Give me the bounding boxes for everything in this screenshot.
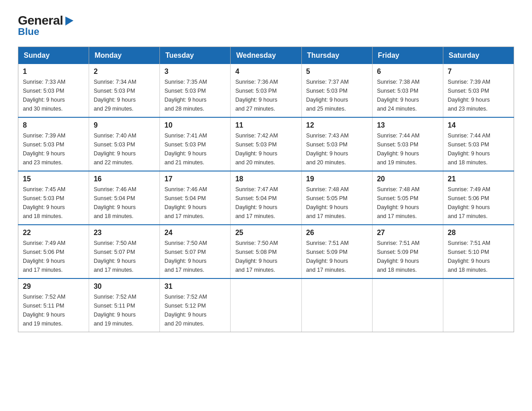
day-number: 11 (235, 121, 296, 129)
calendar-day-cell: 3 Sunrise: 7:35 AM Sunset: 5:03 PM Dayli… (160, 64, 231, 117)
header-monday: Monday (89, 47, 160, 64)
week-row-4: 22 Sunrise: 7:49 AM Sunset: 5:06 PM Dayl… (18, 225, 514, 278)
day-number: 1 (23, 68, 84, 76)
calendar-day-cell: 9 Sunrise: 7:40 AM Sunset: 5:03 PM Dayli… (89, 117, 160, 171)
week-row-5: 29 Sunrise: 7:52 AM Sunset: 5:11 PM Dayl… (18, 278, 514, 332)
day-number: 28 (448, 229, 509, 237)
calendar-day-cell: 15 Sunrise: 7:45 AM Sunset: 5:03 PM Dayl… (18, 171, 89, 225)
day-number: 19 (306, 175, 368, 183)
day-info: Sunrise: 7:39 AM Sunset: 5:03 PM Dayligh… (23, 131, 84, 167)
calendar-day-cell: 13 Sunrise: 7:44 AM Sunset: 5:03 PM Dayl… (372, 117, 443, 171)
day-info: Sunrise: 7:50 AM Sunset: 5:07 PM Dayligh… (164, 239, 226, 274)
day-number: 13 (377, 121, 438, 129)
day-info: Sunrise: 7:37 AM Sunset: 5:03 PM Dayligh… (306, 77, 368, 113)
day-number: 2 (94, 68, 155, 76)
day-number: 27 (377, 229, 438, 237)
day-info: Sunrise: 7:44 AM Sunset: 5:03 PM Dayligh… (448, 131, 509, 167)
day-number: 30 (94, 283, 155, 291)
calendar-day-cell: 17 Sunrise: 7:46 AM Sunset: 5:04 PM Dayl… (160, 171, 231, 225)
calendar-day-cell: 18 Sunrise: 7:47 AM Sunset: 5:04 PM Dayl… (231, 171, 301, 225)
day-info: Sunrise: 7:48 AM Sunset: 5:05 PM Dayligh… (306, 185, 368, 221)
day-number: 20 (377, 175, 438, 183)
day-number: 3 (164, 68, 226, 76)
day-number: 17 (164, 175, 226, 183)
header-saturday: Saturday (443, 47, 514, 64)
calendar-day-cell: 4 Sunrise: 7:36 AM Sunset: 5:03 PM Dayli… (231, 64, 301, 117)
day-info: Sunrise: 7:48 AM Sunset: 5:05 PM Dayligh… (377, 185, 438, 221)
day-number: 10 (164, 121, 226, 129)
day-info: Sunrise: 7:51 AM Sunset: 5:09 PM Dayligh… (377, 239, 438, 274)
day-info: Sunrise: 7:33 AM Sunset: 5:03 PM Dayligh… (23, 77, 84, 113)
calendar-day-cell (443, 278, 514, 332)
day-info: Sunrise: 7:35 AM Sunset: 5:03 PM Dayligh… (164, 77, 226, 113)
calendar-day-cell: 5 Sunrise: 7:37 AM Sunset: 5:03 PM Dayli… (301, 64, 372, 117)
week-row-1: 1 Sunrise: 7:33 AM Sunset: 5:03 PM Dayli… (18, 64, 514, 117)
day-info: Sunrise: 7:50 AM Sunset: 5:08 PM Dayligh… (235, 239, 296, 274)
header-friday: Friday (372, 47, 443, 64)
day-info: Sunrise: 7:39 AM Sunset: 5:03 PM Dayligh… (448, 77, 509, 113)
day-number: 5 (306, 68, 368, 76)
day-number: 8 (23, 121, 84, 129)
day-info: Sunrise: 7:46 AM Sunset: 5:04 PM Dayligh… (164, 185, 226, 221)
calendar-day-cell: 24 Sunrise: 7:50 AM Sunset: 5:07 PM Dayl… (160, 225, 231, 278)
day-number: 26 (306, 229, 368, 237)
calendar-body: 1 Sunrise: 7:33 AM Sunset: 5:03 PM Dayli… (18, 64, 514, 332)
calendar-day-cell: 7 Sunrise: 7:39 AM Sunset: 5:03 PM Dayli… (443, 64, 514, 117)
day-number: 25 (235, 229, 296, 237)
calendar-day-cell: 2 Sunrise: 7:34 AM Sunset: 5:03 PM Dayli… (89, 64, 160, 117)
calendar-day-cell: 28 Sunrise: 7:51 AM Sunset: 5:10 PM Dayl… (443, 225, 514, 278)
calendar-day-cell: 16 Sunrise: 7:46 AM Sunset: 5:04 PM Dayl… (89, 171, 160, 225)
calendar-day-cell: 20 Sunrise: 7:48 AM Sunset: 5:05 PM Dayl… (372, 171, 443, 225)
day-info: Sunrise: 7:51 AM Sunset: 5:09 PM Dayligh… (306, 239, 368, 274)
day-number: 12 (306, 121, 368, 129)
day-number: 4 (235, 68, 296, 76)
calendar-day-cell: 23 Sunrise: 7:50 AM Sunset: 5:07 PM Dayl… (89, 225, 160, 278)
day-info: Sunrise: 7:52 AM Sunset: 5:11 PM Dayligh… (94, 292, 155, 328)
day-info: Sunrise: 7:34 AM Sunset: 5:03 PM Dayligh… (94, 77, 155, 113)
calendar-header: SundayMondayTuesdayWednesdayThursdayFrid… (18, 47, 514, 64)
day-info: Sunrise: 7:44 AM Sunset: 5:03 PM Dayligh… (377, 131, 438, 167)
calendar-day-cell (231, 278, 301, 332)
day-number: 29 (23, 283, 84, 291)
day-info: Sunrise: 7:45 AM Sunset: 5:03 PM Dayligh… (23, 185, 84, 221)
calendar-day-cell: 14 Sunrise: 7:44 AM Sunset: 5:03 PM Dayl… (443, 117, 514, 171)
day-info: Sunrise: 7:43 AM Sunset: 5:03 PM Dayligh… (306, 131, 368, 167)
day-number: 6 (377, 68, 438, 76)
day-number: 16 (94, 175, 155, 183)
header-wednesday: Wednesday (231, 47, 301, 64)
day-info: Sunrise: 7:38 AM Sunset: 5:03 PM Dayligh… (377, 77, 438, 113)
header-tuesday: Tuesday (160, 47, 231, 64)
day-info: Sunrise: 7:36 AM Sunset: 5:03 PM Dayligh… (235, 77, 296, 113)
day-number: 24 (164, 229, 226, 237)
week-row-3: 15 Sunrise: 7:45 AM Sunset: 5:03 PM Dayl… (18, 171, 514, 225)
calendar-day-cell: 10 Sunrise: 7:41 AM Sunset: 5:03 PM Dayl… (160, 117, 231, 171)
day-info: Sunrise: 7:47 AM Sunset: 5:04 PM Dayligh… (235, 185, 296, 221)
day-number: 15 (23, 175, 84, 183)
day-number: 18 (235, 175, 296, 183)
calendar-day-cell: 11 Sunrise: 7:42 AM Sunset: 5:03 PM Dayl… (231, 117, 301, 171)
calendar-day-cell: 12 Sunrise: 7:43 AM Sunset: 5:03 PM Dayl… (301, 117, 372, 171)
calendar-day-cell: 31 Sunrise: 7:52 AM Sunset: 5:12 PM Dayl… (160, 278, 231, 332)
day-info: Sunrise: 7:49 AM Sunset: 5:06 PM Dayligh… (23, 239, 84, 274)
day-info: Sunrise: 7:40 AM Sunset: 5:03 PM Dayligh… (94, 131, 155, 167)
day-number: 7 (448, 68, 509, 76)
calendar-day-cell: 29 Sunrise: 7:52 AM Sunset: 5:11 PM Dayl… (18, 278, 89, 332)
day-number: 31 (164, 283, 226, 291)
day-number: 22 (23, 229, 84, 237)
day-info: Sunrise: 7:52 AM Sunset: 5:11 PM Dayligh… (23, 292, 84, 328)
calendar-day-cell (372, 278, 443, 332)
calendar-day-cell (301, 278, 372, 332)
calendar-day-cell: 25 Sunrise: 7:50 AM Sunset: 5:08 PM Dayl… (231, 225, 301, 278)
day-info: Sunrise: 7:52 AM Sunset: 5:12 PM Dayligh… (164, 292, 226, 328)
day-number: 23 (94, 229, 155, 237)
header-thursday: Thursday (301, 47, 372, 64)
day-info: Sunrise: 7:51 AM Sunset: 5:10 PM Dayligh… (448, 239, 509, 274)
logo: General Blue (18, 13, 74, 38)
day-info: Sunrise: 7:42 AM Sunset: 5:03 PM Dayligh… (235, 131, 296, 167)
calendar-day-cell: 22 Sunrise: 7:49 AM Sunset: 5:06 PM Dayl… (18, 225, 89, 278)
day-info: Sunrise: 7:49 AM Sunset: 5:06 PM Dayligh… (448, 185, 509, 221)
week-row-2: 8 Sunrise: 7:39 AM Sunset: 5:03 PM Dayli… (18, 117, 514, 171)
day-number: 9 (94, 121, 155, 129)
day-number: 21 (448, 175, 509, 183)
calendar-day-cell: 8 Sunrise: 7:39 AM Sunset: 5:03 PM Dayli… (18, 117, 89, 171)
